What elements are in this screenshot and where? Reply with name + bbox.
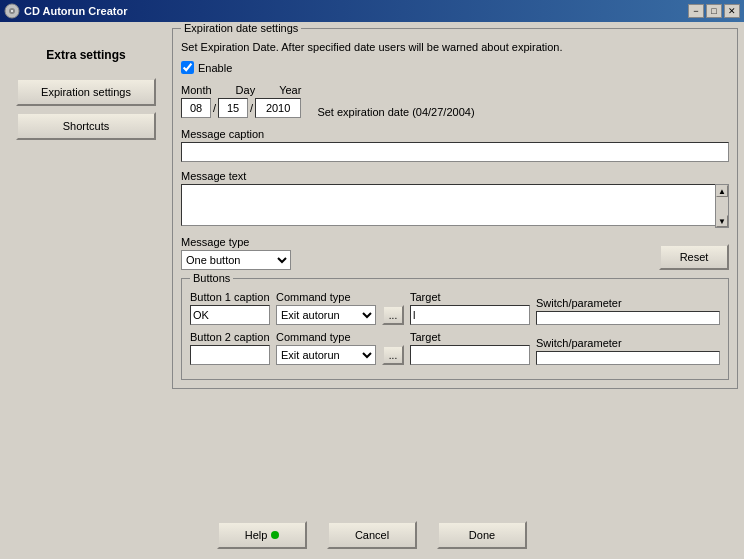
year-label: Year xyxy=(279,84,301,96)
close-button[interactable]: ✕ xyxy=(724,4,740,18)
title-bar: CD Autorun Creator − □ ✕ xyxy=(0,0,744,22)
day-label: Day xyxy=(236,84,256,96)
button1-switch-label: Switch/parameter xyxy=(536,297,720,309)
scroll-up[interactable]: ▲ xyxy=(716,185,728,197)
button1-command-col: Command type Exit autorun Open URL Run f… xyxy=(276,291,376,325)
button1-caption-input[interactable] xyxy=(190,305,270,325)
button1-switch-input[interactable] xyxy=(536,311,720,325)
month-label: Month xyxy=(181,84,212,96)
separator-2: / xyxy=(250,102,253,114)
button2-caption-input[interactable] xyxy=(190,345,270,365)
expiration-hint: Set expiration date (04/27/2004) xyxy=(317,106,474,118)
reset-button[interactable]: Reset xyxy=(659,244,729,270)
enable-row: Enable xyxy=(181,61,729,74)
button1-browse-button[interactable]: ... xyxy=(382,305,404,325)
buttons-group-title: Buttons xyxy=(190,272,233,284)
window-title: CD Autorun Creator xyxy=(24,5,688,17)
expiration-group: Expiration date settings Set Expiration … xyxy=(172,28,738,389)
bottom-bar: Help Cancel Done xyxy=(6,513,738,553)
message-type-group: Message type One button Two buttons Thre… xyxy=(181,236,291,270)
message-text-input[interactable] xyxy=(181,184,729,226)
svg-point-2 xyxy=(11,10,13,12)
button1-switch-col: Switch/parameter xyxy=(536,297,720,325)
message-caption-group: Message caption xyxy=(181,128,729,162)
expiration-settings-button[interactable]: Expiration settings xyxy=(16,78,156,106)
year-field[interactable] xyxy=(255,98,301,118)
cancel-button[interactable]: Cancel xyxy=(327,521,417,549)
left-panel: Extra settings Expiration settings Short… xyxy=(6,28,166,513)
left-panel-title: Extra settings xyxy=(46,48,125,62)
help-label: Help xyxy=(245,529,268,541)
button1-caption-col: Button 1 caption xyxy=(190,291,270,325)
button1-command-wrapper: Exit autorun Open URL Run file None xyxy=(276,305,376,325)
button2-target-input[interactable] xyxy=(410,345,530,365)
button1-target-label: Target xyxy=(410,291,530,303)
message-text-wrapper: ▲ ▼ xyxy=(181,184,729,228)
window-body: Extra settings Expiration settings Short… xyxy=(0,22,744,559)
buttons-sub-group: Buttons Button 1 caption Command type Ex… xyxy=(181,278,729,380)
scroll-track xyxy=(716,197,728,215)
button2-command-wrapper: Exit autorun Open URL Run file None xyxy=(276,345,376,365)
button1-target-input[interactable] xyxy=(410,305,530,325)
button2-switch-input[interactable] xyxy=(536,351,720,365)
enable-checkbox[interactable] xyxy=(181,61,194,74)
button1-caption-label: Button 1 caption xyxy=(190,291,270,303)
enable-label: Enable xyxy=(198,62,232,74)
help-dot-icon xyxy=(271,531,279,539)
button2-caption-label: Button 2 caption xyxy=(190,331,270,343)
right-panel: Expiration date settings Set Expiration … xyxy=(172,28,738,513)
date-labels-row: Month Day Year xyxy=(181,84,301,96)
button1-target-col: Target xyxy=(410,291,530,325)
button1-command-label: Command type xyxy=(276,291,376,303)
message-text-label: Message text xyxy=(181,170,729,182)
button2-target-label: Target xyxy=(410,331,530,343)
button2-browse-button[interactable]: ... xyxy=(382,345,404,365)
button2-target-col: Target xyxy=(410,331,530,365)
main-content: Extra settings Expiration settings Short… xyxy=(6,28,738,513)
maximize-button[interactable]: □ xyxy=(706,4,722,18)
button1-command-select[interactable]: Exit autorun Open URL Run file None xyxy=(276,305,376,325)
date-fields-group: Month Day Year / / xyxy=(181,84,301,118)
button1-row: Button 1 caption Command type Exit autor… xyxy=(190,291,720,325)
message-caption-label: Message caption xyxy=(181,128,729,140)
month-field[interactable] xyxy=(181,98,211,118)
window-controls: − □ ✕ xyxy=(688,4,740,18)
message-type-label: Message type xyxy=(181,236,291,248)
message-text-group: Message text ▲ ▼ xyxy=(181,170,729,228)
expiration-description: Set Expiration Date. After specified dat… xyxy=(181,41,729,53)
message-caption-input[interactable] xyxy=(181,142,729,162)
button2-command-select[interactable]: Exit autorun Open URL Run file None xyxy=(276,345,376,365)
button2-command-label: Command type xyxy=(276,331,376,343)
done-button[interactable]: Done xyxy=(437,521,527,549)
button2-row: Button 2 caption Command type Exit autor… xyxy=(190,331,720,365)
app-icon xyxy=(4,3,20,19)
minimize-button[interactable]: − xyxy=(688,4,704,18)
day-field[interactable] xyxy=(218,98,248,118)
date-inputs: / / xyxy=(181,98,301,118)
button2-switch-label: Switch/parameter xyxy=(536,337,720,349)
message-type-select[interactable]: One button Two buttons Three buttons xyxy=(181,250,291,270)
expiration-group-title: Expiration date settings xyxy=(181,22,301,34)
scrollbar[interactable]: ▲ ▼ xyxy=(715,184,729,228)
shortcuts-button[interactable]: Shortcuts xyxy=(16,112,156,140)
help-button[interactable]: Help xyxy=(217,521,307,549)
button2-caption-col: Button 2 caption xyxy=(190,331,270,365)
type-reset-row: Message type One button Two buttons Thre… xyxy=(181,236,729,270)
separator-1: / xyxy=(213,102,216,114)
button2-switch-col: Switch/parameter xyxy=(536,337,720,365)
scroll-down[interactable]: ▼ xyxy=(716,215,728,227)
button2-command-col: Command type Exit autorun Open URL Run f… xyxy=(276,331,376,365)
date-section: Month Day Year / / Set expiration date xyxy=(181,84,729,118)
